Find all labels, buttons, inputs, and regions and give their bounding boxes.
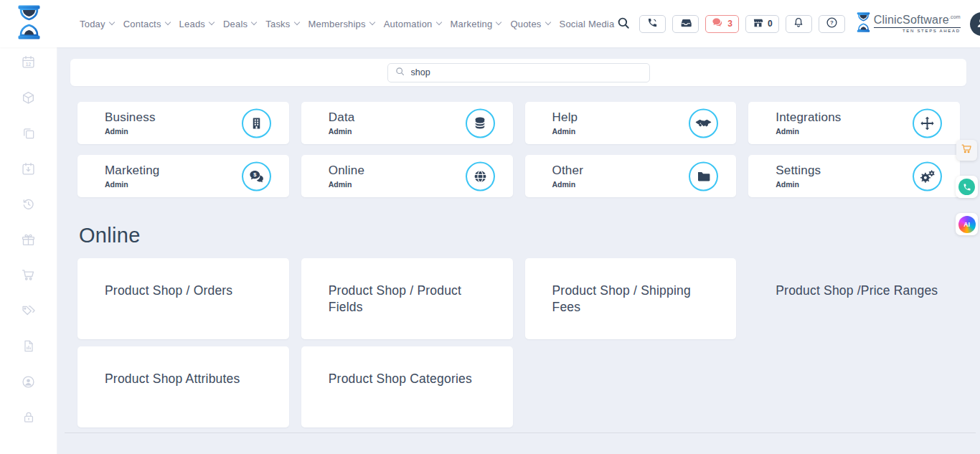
comments-dollar-icon: $ (242, 161, 271, 191)
store-button[interactable]: 0 (745, 15, 779, 33)
gift-icon (21, 232, 36, 250)
chat-badge: 3 (727, 19, 732, 29)
nav-item-leads[interactable]: Leads (179, 19, 214, 29)
package-icon (21, 90, 36, 108)
category-card-online[interactable]: Online Admin (301, 155, 513, 197)
main-nav: Today Contacts Leads Deals Tasks Members… (80, 19, 614, 29)
sidebar-item-history[interactable] (21, 197, 37, 213)
category-grid: Business Admin Data Admin Help Admin Int… (77, 102, 960, 197)
result-card-shipping-fees[interactable]: Product Shop / Shipping Fees (525, 258, 737, 339)
ai-icon: AI (958, 216, 976, 233)
sidebar: 12 (0, 47, 57, 454)
nav-item-contacts[interactable]: Contacts (123, 19, 170, 29)
sidebar-item-pages[interactable] (21, 126, 37, 142)
category-card-settings[interactable]: Settings Admin (748, 155, 960, 197)
category-card-business[interactable]: Business Admin (77, 102, 289, 144)
sidebar-item-products[interactable] (21, 91, 37, 107)
user-icon (975, 16, 980, 32)
store-badge: 0 (768, 19, 773, 29)
handshake-icon (689, 108, 718, 138)
folder-icon (689, 161, 718, 191)
phone-icon (647, 17, 658, 30)
top-header: Today Contacts Leads Deals Tasks Members… (0, 0, 980, 47)
result-card-price-ranges[interactable]: Product Shop /Price Ranges (748, 258, 960, 339)
result-card-orders[interactable]: Product Shop / Orders (77, 258, 289, 339)
nav-item-marketing[interactable]: Marketing (451, 19, 501, 29)
results-grid: Product Shop / Orders Product Shop / Pro… (77, 258, 960, 427)
result-card-attributes[interactable]: Product Shop Attributes (77, 346, 289, 427)
app-logo[interactable] (16, 5, 42, 42)
category-card-data[interactable]: Data Admin (301, 102, 513, 144)
store-icon (752, 17, 764, 31)
cart-fab[interactable] (956, 140, 977, 161)
chevron-down-icon (293, 19, 299, 25)
history-icon (21, 197, 36, 214)
calendar-icon: 12 (21, 55, 36, 72)
sidebar-item-shop[interactable] (21, 268, 37, 284)
sidebar-item-gifts[interactable] (21, 233, 37, 249)
chat-bubbles-icon (712, 16, 724, 31)
svg-text:?: ? (830, 19, 834, 26)
question-icon: ? (826, 16, 838, 31)
section-title: Online (79, 224, 980, 247)
brand-tagline: TEN STEPS AHEAD (874, 29, 961, 33)
move-arrows-icon (913, 108, 942, 138)
nav-item-today[interactable]: Today (80, 19, 114, 29)
result-card-product-fields[interactable]: Product Shop / Product Fields (301, 258, 513, 339)
brand-logo[interactable]: ClinicSoftware.com TEN STEPS AHEAD (856, 12, 961, 35)
ai-assistant-fab[interactable]: AI (956, 213, 978, 235)
chevron-down-icon (209, 19, 215, 25)
inbox-icon (680, 17, 692, 31)
report-icon (22, 339, 36, 356)
category-card-integrations[interactable]: Integrations Admin (748, 102, 960, 144)
content-divider (65, 432, 976, 433)
sidebar-item-security[interactable] (21, 410, 37, 426)
category-card-help[interactable]: Help Admin (525, 102, 737, 144)
sidebar-item-reports[interactable] (21, 339, 37, 355)
chevron-down-icon (251, 19, 257, 25)
cart-icon (21, 268, 36, 285)
header-actions: 3 0 ? (614, 12, 980, 36)
nav-item-tasks[interactable]: Tasks (265, 19, 298, 29)
building-icon (242, 108, 271, 138)
nav-item-deals[interactable]: Deals (223, 19, 256, 29)
help-button[interactable]: ? (819, 15, 845, 33)
nav-item-memberships[interactable]: Memberships (308, 19, 374, 29)
category-card-other[interactable]: Other Admin (525, 155, 737, 197)
search-button[interactable] (614, 16, 633, 32)
lock-icon (22, 410, 36, 427)
calendar-checkin-icon (21, 161, 36, 179)
nav-item-automation[interactable]: Automation (384, 19, 441, 29)
copy-icon (22, 126, 36, 143)
notifications-button[interactable] (786, 15, 812, 33)
user-avatar[interactable] (970, 12, 980, 36)
bell-icon (793, 16, 804, 31)
chevron-down-icon (369, 19, 375, 25)
chat-button[interactable]: 3 (705, 15, 739, 33)
sidebar-item-account[interactable] (21, 375, 37, 391)
brand-tld: .com (949, 14, 961, 19)
sidebar-item-tags[interactable] (21, 304, 37, 320)
phone-button[interactable] (639, 15, 666, 33)
search-icon (617, 16, 630, 32)
chevron-down-icon (496, 19, 501, 25)
cart-icon (961, 143, 973, 158)
whatsapp-fab[interactable] (956, 176, 978, 198)
category-card-marketing[interactable]: Marketing Admin $ (77, 155, 289, 197)
result-card-categories[interactable]: Product Shop Categories (301, 346, 513, 427)
chevron-down-icon (164, 19, 170, 25)
chevron-down-icon (435, 19, 441, 25)
search-input[interactable] (410, 67, 642, 78)
nav-item-quotes[interactable]: Quotes (510, 19, 550, 29)
search-icon (395, 66, 405, 79)
whatsapp-icon (958, 179, 975, 195)
nav-item-social-media[interactable]: Social Media (560, 19, 615, 29)
svg-text:12: 12 (26, 62, 32, 67)
sidebar-item-checkin[interactable] (21, 162, 37, 178)
brand-name: ClinicSoftware.com (874, 14, 961, 28)
database-icon (466, 108, 495, 138)
search-box[interactable] (387, 63, 650, 82)
gears-icon (913, 161, 942, 191)
inbox-button[interactable] (672, 15, 699, 33)
sidebar-item-calendar[interactable]: 12 (21, 55, 37, 71)
